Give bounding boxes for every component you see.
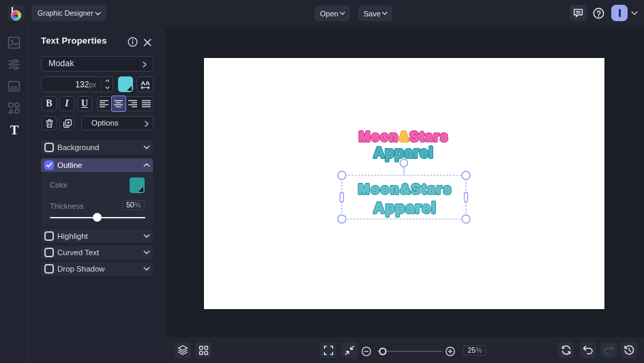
svg-text:Moon&Stars: Moon&Stars [358, 182, 451, 197]
svg-text:Apparel: Apparel [374, 144, 433, 161]
svg-text:AA: AA [141, 79, 150, 87]
svg-text:Moon&Stars: Moon&Stars [359, 129, 448, 144]
svg-text:Apparel: Apparel [374, 199, 436, 216]
